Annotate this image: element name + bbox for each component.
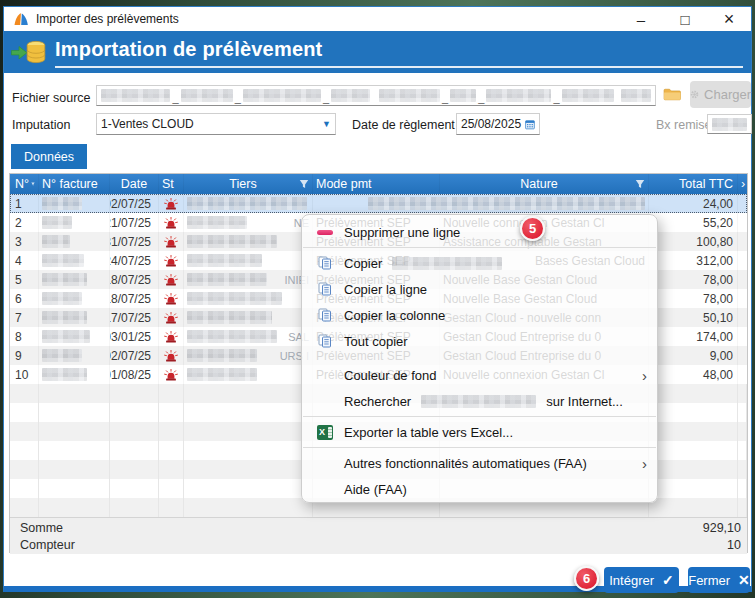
cell-facture xyxy=(39,194,110,213)
cell-st xyxy=(159,289,184,308)
redacted-text xyxy=(42,330,90,343)
menu-item-delete-row[interactable]: Supprimer une ligne xyxy=(302,219,657,245)
cell-date: 24/07/25 xyxy=(110,251,159,270)
cell-facture xyxy=(39,308,110,327)
col-st-label: St xyxy=(162,177,174,191)
menu-item-background-color[interactable]: Couleur de fond › xyxy=(302,362,657,388)
cell-st xyxy=(159,308,184,327)
copy-all-label: Tout copier xyxy=(344,334,408,349)
col-header-tiers[interactable]: Tiers xyxy=(184,174,313,194)
cell-st xyxy=(159,365,184,384)
redacted-text xyxy=(42,292,82,305)
cell-n: 6 xyxy=(10,289,39,308)
alert-siren-icon xyxy=(164,312,178,324)
cell-date: 01/08/25 xyxy=(110,365,159,384)
redacted-text xyxy=(42,216,72,229)
minimize-button[interactable]: – xyxy=(619,7,663,31)
cell-facture xyxy=(39,270,110,289)
submenu-arrow-icon: › xyxy=(642,367,647,384)
calendar-icon[interactable] xyxy=(525,118,535,131)
page-title-underline: Importation de prélèvement xyxy=(55,36,743,68)
browse-folder-icon[interactable] xyxy=(663,87,681,101)
col-facture-label: N° facture xyxy=(42,177,98,191)
redacted-text xyxy=(187,349,257,362)
somme-value: 929,10 xyxy=(703,521,741,535)
copy-icon xyxy=(316,282,334,296)
imputation-select[interactable]: 1-Ventes CLOUD ▼ xyxy=(96,113,336,135)
col-header-st[interactable]: St xyxy=(159,174,184,194)
window-controls: – □ × xyxy=(619,7,751,31)
alert-siren-icon xyxy=(164,255,178,267)
cell-date: 18/07/25 xyxy=(110,289,159,308)
more-chevron: › xyxy=(741,177,745,191)
window-title: Importer des prélèvements xyxy=(36,12,179,26)
cell-st xyxy=(159,270,184,289)
date-reglement-label: Date de règlement xyxy=(352,118,455,132)
export-excel-label: Exporter la table vers Excel... xyxy=(344,425,513,440)
redacted-text xyxy=(42,368,87,381)
col-header-facture[interactable]: N° facture xyxy=(39,174,110,194)
fermer-button[interactable]: Fermer ✕ xyxy=(688,567,750,593)
redacted-text xyxy=(181,89,233,102)
cell-n: 8 xyxy=(10,327,39,346)
redacted-text xyxy=(42,273,87,286)
check-icon: ✓ xyxy=(662,572,674,588)
cell-date: 31/07/25 xyxy=(110,232,159,251)
maximize-button[interactable]: □ xyxy=(663,7,707,31)
menu-separator xyxy=(303,247,656,248)
minus-icon xyxy=(316,230,334,235)
close-x-icon: ✕ xyxy=(738,572,750,588)
file-source-input[interactable]: _ _ _ _ _ _ xyxy=(96,85,656,106)
alert-siren-icon xyxy=(164,274,178,286)
menu-item-faa-help[interactable]: Aide (FAA) xyxy=(302,476,657,502)
tab-donnees[interactable]: Données xyxy=(11,144,87,169)
menu-item-search-internet[interactable]: Rechercher sur Internet... xyxy=(302,388,657,414)
col-header-date[interactable]: Date xyxy=(110,174,159,194)
menu-separator xyxy=(303,416,656,417)
alert-siren-icon xyxy=(164,331,178,343)
title-bar: Importer des prélèvements – □ × xyxy=(4,7,751,31)
cell-facture xyxy=(39,213,110,232)
menu-item-copy-row[interactable]: Copier la ligne xyxy=(302,276,657,302)
charger-button[interactable]: Charger xyxy=(690,81,751,108)
separator: _ xyxy=(172,92,178,104)
gear-icon xyxy=(690,88,699,101)
cell-n: 1 xyxy=(10,194,39,213)
cell-total: 100,80 xyxy=(649,232,738,251)
table-row[interactable]: 1 02/07/25 24,00 xyxy=(10,194,747,213)
col-mode-label: Mode pmt xyxy=(316,177,372,191)
cell-tiers xyxy=(184,232,313,251)
col-header-nature[interactable]: Nature xyxy=(440,174,649,194)
submenu-arrow-icon: › xyxy=(642,455,647,472)
close-button[interactable]: × xyxy=(707,7,751,31)
bx-remise-input[interactable] xyxy=(707,114,752,134)
filter-funnel-icon[interactable] xyxy=(635,179,645,189)
cell-date: 03/01/25 xyxy=(110,327,159,346)
redacted-text xyxy=(368,197,645,210)
menu-item-faa[interactable]: Autres fonctionnalités automatiques (FAA… xyxy=(302,450,657,476)
redacted-text xyxy=(101,89,170,102)
redacted-text xyxy=(42,254,84,267)
date-reglement-input[interactable]: 25/08/2025 xyxy=(456,113,540,135)
col-header-n[interactable]: N° xyxy=(10,174,39,194)
cell-date: 18/07/25 xyxy=(110,270,159,289)
menu-item-copy[interactable]: Copier xyxy=(302,250,657,276)
redacted-text xyxy=(379,89,440,102)
fermer-label: Fermer xyxy=(688,573,730,588)
menu-item-copy-column[interactable]: Copier la colonne xyxy=(302,302,657,328)
filter-funnel-icon[interactable] xyxy=(31,179,35,189)
cell-n: 3 xyxy=(10,232,39,251)
filter-funnel-icon[interactable] xyxy=(299,179,309,189)
alert-siren-icon xyxy=(164,236,178,248)
charger-label: Charger xyxy=(704,87,751,102)
integrer-button[interactable]: Intégrer ✓ xyxy=(604,567,679,593)
header-scroll-more-icon[interactable]: › xyxy=(738,174,748,194)
cell-total: 9,00 xyxy=(649,346,738,365)
cell-total: 174,00 xyxy=(649,327,738,346)
col-header-total[interactable]: Total TTC xyxy=(649,174,738,194)
table-summary: Somme 929,10 Compteur 10 xyxy=(10,517,747,554)
menu-item-copy-all[interactable]: Tout copier xyxy=(302,328,657,354)
col-header-mode[interactable]: Mode pmt xyxy=(313,174,440,194)
cell-total: 78,00 xyxy=(649,270,738,289)
menu-item-export-excel[interactable]: X Exporter la table vers Excel... xyxy=(302,419,657,445)
